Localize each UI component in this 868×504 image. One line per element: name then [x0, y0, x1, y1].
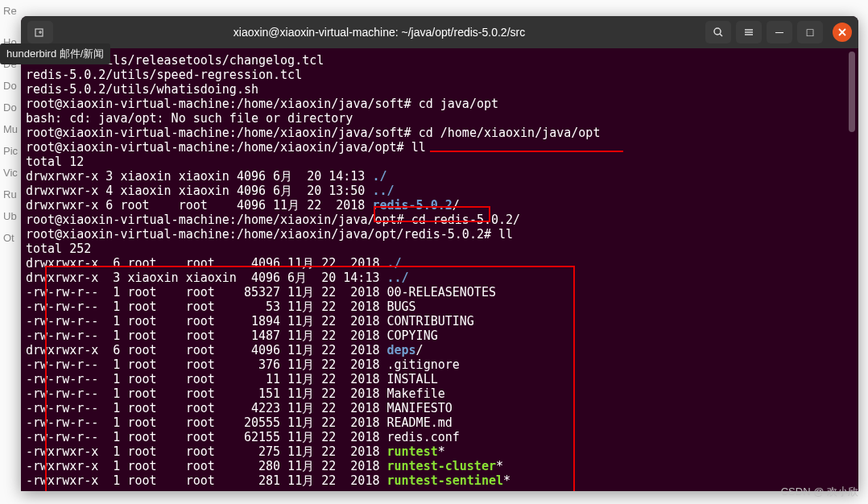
- terminal-line: total 12: [26, 155, 854, 169]
- terminal-line: -rwxrwxr-x 1 root root 281 11月 22 2018 r…: [26, 473, 854, 488]
- terminal-line: root@xiaoxin-virtual-machine:/home/xiaox…: [26, 227, 854, 242]
- terminal-line: drwxrwxr-x 6 root root 4096 11月 22 2018 …: [26, 256, 854, 271]
- terminal-output[interactable]: tils/releasetools/changelog.tclredis-5.0…: [21, 48, 858, 491]
- terminal-line: drwxrwxr-x 6 root root 4096 11月 22 2018 …: [26, 343, 854, 357]
- new-tab-button[interactable]: [27, 21, 53, 43]
- csdn-watermark: CSDN @ 欢小欣: [781, 485, 858, 499]
- terminal-line: drwxrwxr-x 3 xiaoxin xiaoxin 4096 6月 20 …: [26, 271, 854, 285]
- search-button[interactable]: [705, 21, 731, 43]
- scrollbar-thumb[interactable]: [849, 52, 855, 132]
- terminal-line: root@xiaoxin-virtual-machine:/home/xiaox…: [26, 213, 854, 227]
- terminal-line: -rw-rw-r-- 1 root root 151 11月 22 2018 M…: [26, 386, 854, 401]
- terminal-line: root@xiaoxin-virtual-machine:/home/xiaox…: [26, 126, 854, 140]
- terminal-line: -rw-rw-r-- 1 root root 85327 11月 22 2018…: [26, 285, 854, 300]
- svg-line-2: [720, 34, 722, 36]
- terminal-line: -rwxrwxr-x 1 root root 280 11月 22 2018 r…: [26, 459, 854, 473]
- terminal-line: tils/releasetools/changelog.tcl: [26, 53, 854, 68]
- terminal-line: -rw-rw-r-- 1 root root 376 11月 22 2018 .…: [26, 357, 854, 372]
- terminal-line: drwxrwxr-x 4 xiaoxin xiaoxin 4096 6月 20 …: [26, 184, 854, 198]
- terminal-line: -rw-rw-r-- 1 root root 11 11月 22 2018 IN…: [26, 372, 854, 386]
- terminal-line: redis-5.0.2/utils/speed-regression.tcl: [26, 68, 854, 82]
- terminal-line: -rw-rw-r-- 1 root root 53 11月 22 2018 BU…: [26, 300, 854, 314]
- terminal-line: -rw-rw-r-- 1 root root 62155 11月 22 2018…: [26, 430, 854, 444]
- terminal-line: total 252: [26, 242, 854, 256]
- sidebar-item[interactable]: Re: [0, 0, 24, 22]
- terminal-line: redis-5.0.2/utils/whatisdoing.sh: [26, 82, 854, 97]
- maximize-button[interactable]: □: [797, 21, 823, 43]
- terminal-line: bash: cd: java/opt: No such file or dire…: [26, 111, 854, 126]
- terminal-line: -rwxrwxr-x 1 root root 275 11月 22 2018 r…: [26, 444, 854, 459]
- terminal-window: xiaoxin@xiaoxin-virtual-machine: ~/java/…: [21, 16, 858, 491]
- terminal-line: root@xiaoxin-virtual-machine:/home/xiaox…: [26, 140, 854, 155]
- minimize-button[interactable]: ─: [767, 21, 792, 43]
- close-button[interactable]: [833, 23, 852, 42]
- window-title: xiaoxin@xiaoxin-virtual-machine: ~/java/…: [58, 26, 701, 39]
- terminal-line: -rw-rw-r-- 1 root root 1894 11月 22 2018 …: [26, 314, 854, 328]
- terminal-line: -rw-rw-r-- 1 root root 20555 11月 22 2018…: [26, 415, 854, 430]
- menu-button[interactable]: [736, 21, 762, 43]
- terminal-line: -rw-rw-r-- 1 root root 4223 11月 22 2018 …: [26, 401, 854, 415]
- terminal-scrollbar[interactable]: [849, 52, 855, 491]
- terminal-line: -rw-rw-r-- 1 root root 1487 11月 22 2018 …: [26, 328, 854, 343]
- titlebar: xiaoxin@xiaoxin-virtual-machine: ~/java/…: [21, 16, 858, 48]
- thunderbird-tooltip: hunderbird 邮件/新闻: [0, 43, 110, 64]
- svg-point-1: [714, 28, 721, 35]
- terminal-line: drwxrwxr-x 3 xiaoxin xiaoxin 4096 6月 20 …: [26, 169, 854, 184]
- terminal-line: root@xiaoxin-virtual-machine:/home/xiaox…: [26, 97, 854, 111]
- terminal-line: drwxrwxr-x 6 root root 4096 11月 22 2018 …: [26, 198, 854, 213]
